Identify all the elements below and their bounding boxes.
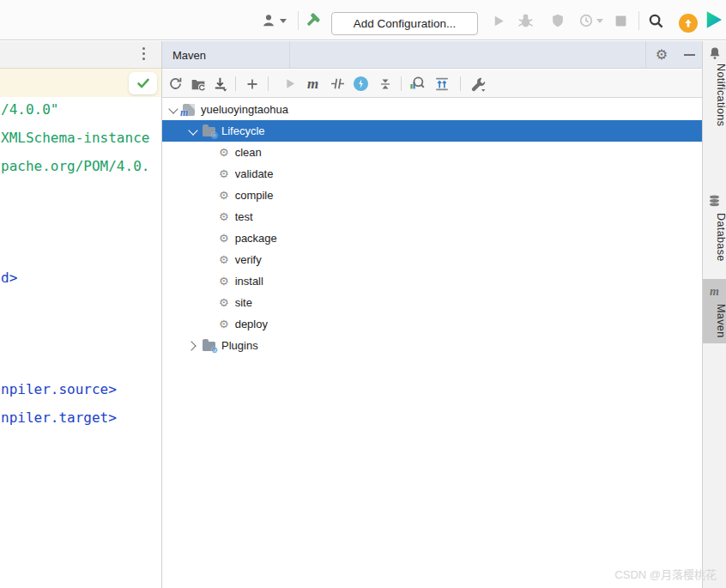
- toolbar-divider: [638, 11, 639, 30]
- profiler-icon: [578, 12, 603, 29]
- goal-gear-icon: ⚙: [219, 147, 229, 158]
- chevron-down-icon[interactable]: [188, 126, 198, 136]
- tree-item-test[interactable]: ⚙ test: [162, 206, 702, 227]
- tree-item-compile[interactable]: ⚙ compile: [162, 185, 702, 206]
- code-line: XMLSchema-instance: [1, 130, 149, 146]
- goal-gear-icon: ⚙: [219, 168, 229, 179]
- tool-window-title: Maven: [172, 41, 206, 69]
- run-with-coverage-icon: [550, 12, 566, 29]
- goal-gear-icon: ⚙: [219, 297, 229, 308]
- chevron-right-icon[interactable]: [188, 341, 198, 351]
- code-line: d>: [1, 270, 17, 286]
- maven-project-icon: m: [183, 104, 195, 116]
- tab-maven[interactable]: Maven: [703, 304, 726, 338]
- goal-gear-icon: ⚙: [219, 190, 229, 201]
- header-divider: [645, 41, 646, 68]
- tree-item-label: compile: [235, 189, 274, 202]
- tree-item-label: clean: [235, 146, 262, 159]
- code-line: pache.org/POM/4.0.: [1, 158, 149, 174]
- tab-database[interactable]: Database: [703, 213, 726, 262]
- check-icon: [136, 77, 150, 89]
- goal-gear-icon: ⚙: [219, 318, 229, 330]
- execute-maven-goal-icon[interactable]: m: [305, 76, 321, 92]
- code-line: /4.0.0": [1, 101, 58, 118]
- tree-item-label: verify: [235, 253, 262, 266]
- tree-item-plugins[interactable]: ⚙ Plugins: [162, 335, 702, 356]
- toolbar-divider: [401, 76, 402, 91]
- toolbar-divider: [235, 76, 236, 91]
- debug-icon: [517, 12, 534, 29]
- tree-item-site[interactable]: ⚙ site: [162, 292, 702, 313]
- tree-item-clean[interactable]: ⚙ clean: [162, 142, 702, 163]
- chevron-down-icon: [280, 19, 287, 23]
- toolbar-divider: [268, 76, 269, 91]
- stop-icon: [614, 12, 627, 29]
- tree-item-label: yueluoyingtaohua: [201, 103, 288, 116]
- add-configuration-button[interactable]: Add Configuration...: [331, 12, 478, 35]
- watermark: CSDN @月落樱桃花: [614, 566, 717, 582]
- tab-notifications[interactable]: Notifications: [703, 64, 726, 126]
- code-line: npiler.source>: [1, 381, 117, 397]
- hide-tool-window-icon[interactable]: [680, 41, 699, 69]
- goal-gear-icon: ⚙: [219, 211, 229, 222]
- tree-item-lifecycle[interactable]: ⚙ Lifecycle: [162, 120, 702, 142]
- tree-item-label: package: [235, 232, 277, 245]
- tree-item-verify[interactable]: ⚙ verify: [162, 249, 702, 270]
- maven-tool-window: Maven ⚙ m: [161, 41, 702, 588]
- tree-item-install[interactable]: ⚙ install: [162, 270, 702, 292]
- goal-gear-icon: ⚙: [219, 276, 229, 287]
- chevron-down-icon[interactable]: [168, 105, 178, 115]
- tool-window-settings-icon[interactable]: ⚙: [652, 41, 671, 69]
- tree-item-label: deploy: [235, 318, 268, 330]
- tree-item-label: install: [235, 275, 263, 288]
- user-profile-icon[interactable]: [260, 12, 287, 29]
- tree-item-label: validate: [235, 167, 274, 180]
- skip-tests-icon[interactable]: [330, 76, 346, 92]
- reload-maven-projects-icon[interactable]: [167, 76, 184, 92]
- search-everywhere-icon[interactable]: [648, 12, 664, 29]
- offline-mode-icon[interactable]: [353, 76, 369, 92]
- tree-item-label: Lifecycle: [221, 124, 265, 137]
- run-icon: [492, 12, 506, 29]
- lifecycle-folder-icon: ⚙: [203, 127, 215, 136]
- tree-item-label: Plugins: [221, 339, 258, 352]
- build-hammer-icon[interactable]: [303, 12, 321, 29]
- maven-header[interactable]: Maven ⚙: [162, 41, 702, 69]
- more-options-icon[interactable]: [142, 47, 145, 60]
- notifications-bell-icon[interactable]: [703, 46, 726, 60]
- inspections-status-widget[interactable]: [129, 72, 157, 94]
- right-tool-window-bar: Notifications Database m Maven: [702, 41, 726, 588]
- goal-gear-icon: ⚙: [219, 233, 229, 244]
- maven-toolbar: m: [162, 70, 702, 98]
- tree-item-label: site: [235, 296, 252, 309]
- add-maven-project-icon[interactable]: [244, 76, 260, 92]
- maven-settings-icon[interactable]: [469, 76, 486, 92]
- editor-tab-strip: [0, 41, 161, 69]
- tree-item-project-root[interactable]: m yueluoyingtaohua: [162, 99, 702, 120]
- chevron-down-icon: [596, 19, 603, 23]
- collapse-all-icon[interactable]: [377, 76, 393, 92]
- plugins-folder-icon: ⚙: [203, 342, 215, 351]
- goal-gear-icon: ⚙: [219, 254, 229, 265]
- download-sources-icon[interactable]: [212, 76, 228, 92]
- update-available-icon[interactable]: [679, 14, 698, 33]
- tree-item-deploy[interactable]: ⚙ deploy: [162, 313, 702, 335]
- toolbar-divider: [460, 76, 461, 91]
- main-toolbar: Add Configuration...: [0, 0, 726, 40]
- show-dependencies-icon[interactable]: [433, 76, 450, 92]
- code-editor[interactable]: /4.0.0" XMLSchema-instance pache.org/POM…: [0, 69, 161, 588]
- tree-item-package[interactable]: ⚙ package: [162, 227, 702, 249]
- toolbar-divider: [298, 11, 299, 30]
- dependency-analyzer-icon[interactable]: [408, 76, 425, 92]
- ide-logo-icon[interactable]: [704, 11, 724, 28]
- tree-item-label: test: [235, 210, 253, 223]
- code-line: npiler.target>: [1, 409, 117, 426]
- header-divider: [289, 41, 290, 68]
- generate-sources-folder-icon[interactable]: [190, 76, 206, 92]
- database-icon[interactable]: [703, 194, 726, 208]
- tree-item-validate[interactable]: ⚙ validate: [162, 163, 702, 185]
- maven-project-tree: m yueluoyingtaohua ⚙ Lifecycle ⚙ clean ⚙…: [162, 99, 702, 356]
- run-maven-build-icon: [282, 76, 299, 92]
- maven-tab-icon[interactable]: m: [703, 285, 726, 299]
- ide-window: Add Configuration...: [0, 0, 726, 588]
